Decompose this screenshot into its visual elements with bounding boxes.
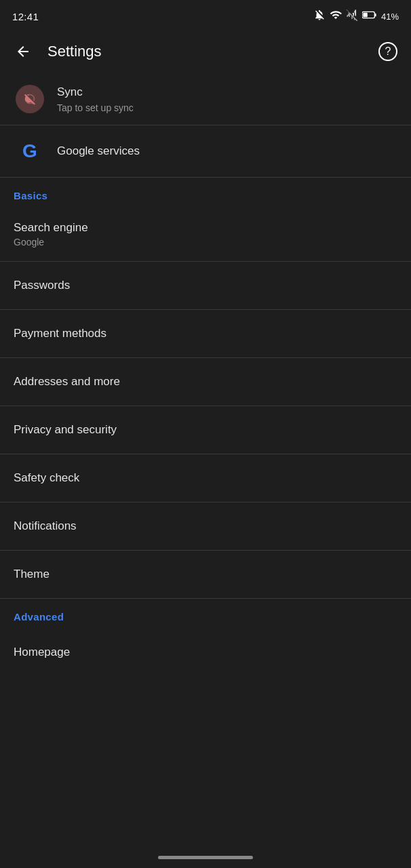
back-arrow-icon [15, 43, 31, 60]
addresses-item[interactable]: Addresses and more [0, 358, 411, 406]
google-services-title: Google services [57, 144, 140, 159]
bottom-bar [0, 846, 411, 868]
search-engine-subtitle: Google [14, 237, 397, 248]
payment-methods-title: Payment methods [14, 327, 397, 340]
notification-muted-icon [313, 9, 326, 24]
passwords-title: Passwords [14, 279, 397, 292]
privacy-security-title: Privacy and security [14, 423, 397, 437]
status-time: 12:41 [12, 11, 39, 22]
toolbar: Settings ? [0, 30, 411, 73]
sync-item[interactable]: Sync Tap to set up sync [0, 73, 411, 125]
sync-title: Sync [57, 85, 134, 100]
svg-rect-2 [375, 14, 376, 17]
battery-percentage: 41% [381, 12, 399, 22]
wifi-icon [330, 9, 342, 24]
advanced-section-header: Advanced [0, 599, 411, 629]
battery-icon [362, 10, 377, 22]
back-button[interactable] [9, 38, 37, 65]
page-title: Settings [47, 43, 374, 60]
search-engine-item[interactable]: Search engine Google [0, 208, 411, 261]
passwords-item[interactable]: Passwords [0, 262, 411, 309]
notifications-item[interactable]: Notifications [0, 502, 411, 550]
help-icon: ? [385, 45, 391, 58]
notifications-title: Notifications [14, 519, 397, 533]
google-services-item[interactable]: G Google services [0, 125, 411, 177]
sync-icon-circle [16, 85, 44, 113]
addresses-title: Addresses and more [14, 375, 397, 389]
help-button[interactable]: ? [374, 38, 402, 65]
advanced-label: Advanced [14, 611, 64, 623]
payment-methods-item[interactable]: Payment methods [0, 310, 411, 357]
status-bar: 12:41 41% [0, 0, 411, 30]
safety-check-title: Safety check [14, 471, 397, 485]
google-g-icon: G [22, 140, 37, 162]
theme-item[interactable]: Theme [0, 551, 411, 598]
safety-check-item[interactable]: Safety check [0, 454, 411, 502]
home-indicator [158, 856, 253, 859]
homepage-title: Homepage [14, 646, 397, 659]
status-icons: 41% [313, 9, 399, 24]
homepage-item[interactable]: Homepage [0, 629, 411, 676]
sync-subtitle: Tap to set up sync [57, 102, 134, 113]
basics-section-header: Basics [0, 178, 411, 208]
signal-icon [346, 9, 358, 24]
theme-title: Theme [14, 568, 397, 581]
google-icon-container: G [14, 135, 46, 167]
sync-icon-container [14, 83, 46, 115]
sync-disabled-icon [22, 92, 37, 106]
search-engine-title: Search engine [14, 221, 397, 235]
privacy-security-item[interactable]: Privacy and security [0, 406, 411, 454]
svg-rect-1 [363, 13, 367, 17]
basics-label: Basics [14, 190, 47, 201]
